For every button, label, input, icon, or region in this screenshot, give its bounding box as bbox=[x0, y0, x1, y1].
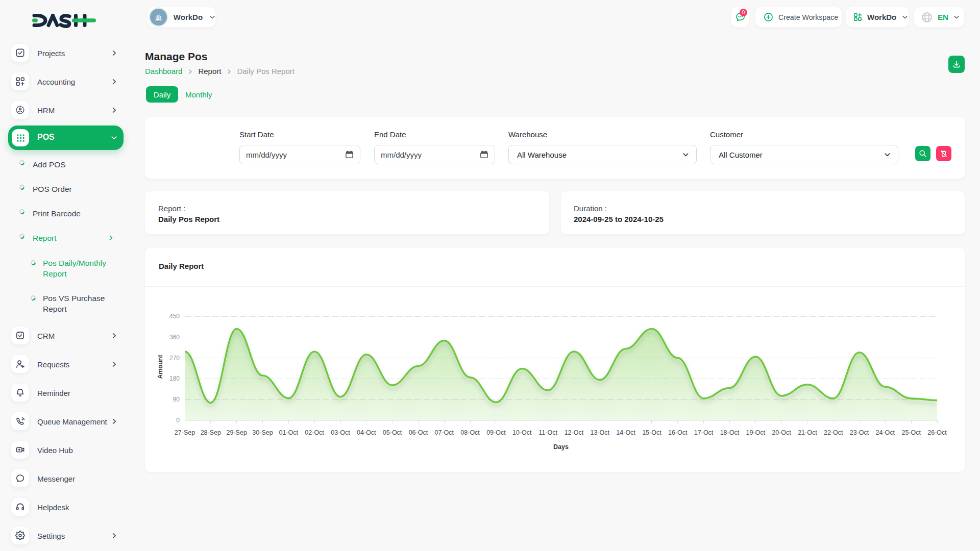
svg-text:07-Oct: 07-Oct bbox=[435, 429, 454, 436]
svg-text:0: 0 bbox=[176, 417, 180, 424]
svg-text:21-Oct: 21-Oct bbox=[798, 429, 817, 436]
svg-text:90: 90 bbox=[173, 396, 180, 403]
svg-text:19-Oct: 19-Oct bbox=[746, 429, 765, 436]
svg-text:180: 180 bbox=[169, 375, 180, 382]
svg-text:18-Oct: 18-Oct bbox=[720, 429, 740, 436]
svg-text:20-Oct: 20-Oct bbox=[772, 429, 791, 436]
svg-text:22-Oct: 22-Oct bbox=[824, 429, 843, 436]
svg-text:360: 360 bbox=[169, 334, 180, 341]
svg-text:25-Oct: 25-Oct bbox=[901, 429, 921, 436]
svg-text:26-Oct: 26-Oct bbox=[927, 429, 947, 436]
svg-text:04-Oct: 04-Oct bbox=[357, 429, 376, 436]
svg-text:30-Sep: 30-Sep bbox=[252, 429, 273, 436]
svg-text:02-Oct: 02-Oct bbox=[305, 429, 324, 436]
svg-text:01-Oct: 01-Oct bbox=[279, 429, 299, 436]
svg-text:Days: Days bbox=[553, 443, 569, 450]
svg-text:14-Oct: 14-Oct bbox=[616, 429, 635, 436]
svg-text:03-Oct: 03-Oct bbox=[331, 429, 350, 436]
svg-text:12-Oct: 12-Oct bbox=[565, 429, 584, 436]
svg-text:11-Oct: 11-Oct bbox=[538, 429, 557, 436]
svg-text:10-Oct: 10-Oct bbox=[512, 429, 532, 436]
svg-text:08-Oct: 08-Oct bbox=[460, 429, 480, 436]
svg-text:270: 270 bbox=[169, 355, 180, 362]
svg-text:06-Oct: 06-Oct bbox=[409, 429, 428, 436]
svg-text:29-Sep: 29-Sep bbox=[227, 429, 247, 436]
svg-text:28-Sep: 28-Sep bbox=[201, 429, 221, 436]
svg-text:Amount: Amount bbox=[157, 355, 164, 379]
svg-text:450: 450 bbox=[169, 313, 180, 320]
svg-text:09-Oct: 09-Oct bbox=[486, 429, 506, 436]
svg-text:13-Oct: 13-Oct bbox=[590, 429, 609, 436]
svg-text:15-Oct: 15-Oct bbox=[642, 429, 662, 436]
svg-text:17-Oct: 17-Oct bbox=[694, 429, 714, 436]
svg-text:16-Oct: 16-Oct bbox=[668, 429, 688, 436]
svg-text:27-Sep: 27-Sep bbox=[175, 429, 195, 436]
svg-text:05-Oct: 05-Oct bbox=[383, 429, 402, 436]
svg-text:23-Oct: 23-Oct bbox=[850, 429, 869, 436]
svg-text:24-Oct: 24-Oct bbox=[876, 429, 895, 436]
